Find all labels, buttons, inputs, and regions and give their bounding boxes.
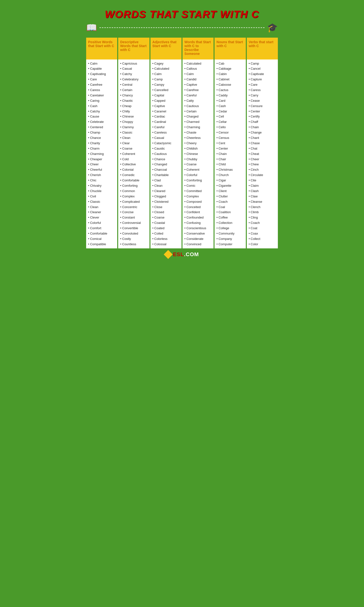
list-item: Colossal <box>151 242 181 247</box>
list-item: Chant <box>248 135 277 141</box>
list-item: Chair <box>216 157 245 162</box>
list-item: Carefree <box>87 82 116 88</box>
column-header-5: Verbs that start with C <box>247 38 278 59</box>
list-item: Capricious <box>119 61 148 66</box>
list-item: Comfortable <box>87 231 116 237</box>
list-item: Coach <box>216 199 245 204</box>
list-item: Censure <box>248 104 277 109</box>
column-list-5: CampCancelCaptivateCaptureCareCaressCarr… <box>247 59 278 248</box>
list-item: Cactus <box>216 87 245 93</box>
list-item: Cab <box>216 61 245 66</box>
list-item: Coherent <box>183 167 213 173</box>
list-item: Charity <box>87 141 116 146</box>
list-item: Church <box>216 173 245 178</box>
list-item: Chic <box>87 178 116 183</box>
list-item: Cedar <box>216 109 245 114</box>
list-item: Color <box>248 242 277 247</box>
list-item: Centered <box>87 125 116 130</box>
list-item: Coat <box>248 226 277 231</box>
list-item: Capable <box>87 66 116 72</box>
list-item: Charming <box>87 151 116 157</box>
list-item: Clogged <box>151 194 181 199</box>
list-item: Caramel <box>151 109 181 114</box>
list-item: Charming <box>183 125 213 130</box>
list-item: Confusing <box>183 221 213 226</box>
list-item: Clean <box>119 135 148 141</box>
footer-logo: ESL.COM <box>86 248 278 260</box>
list-item: Comedic <box>119 173 148 178</box>
list-item: Cash <box>216 104 245 109</box>
list-item: Careful <box>183 93 213 98</box>
column-0: Positive Words that Start with CCalmCapa… <box>86 38 117 248</box>
list-item: Cheaper <box>87 157 116 162</box>
list-item: Close <box>151 204 181 210</box>
list-item: Colorful <box>87 221 116 226</box>
list-item: Calculated <box>151 66 181 72</box>
list-item: Clench <box>248 204 277 210</box>
list-item: Caring <box>87 98 116 104</box>
column-header-4: Nouns that Start with C <box>215 38 246 59</box>
list-item: Computer <box>216 242 245 247</box>
list-item: Clash <box>248 188 277 194</box>
list-item: Casual <box>151 135 181 141</box>
list-item: Chaste <box>183 130 213 135</box>
list-item: Cheat <box>248 151 277 157</box>
list-item: Celebrate <box>87 119 116 125</box>
list-item: Cautious <box>183 104 213 109</box>
list-item: Cloistered <box>151 199 181 204</box>
list-item: Confident <box>183 210 213 215</box>
list-item: Choppy <box>119 119 148 125</box>
list-item: Charm <box>87 146 116 151</box>
column-header-3: Words that Start with C to Describe Some… <box>182 38 214 59</box>
list-item: Casual <box>119 66 148 72</box>
list-item: Census <box>216 135 245 141</box>
list-item: Composed <box>183 199 213 204</box>
list-item: Civil <box>87 194 116 199</box>
list-item: Cheer <box>248 157 277 162</box>
column-4: Nouns that Start with CCabCabbageCabinCa… <box>215 38 246 248</box>
logo-text: ESL.COM <box>173 251 199 258</box>
list-item: Capped <box>151 98 181 104</box>
list-item: Coal <box>216 204 245 210</box>
list-item: Classic <box>87 199 116 204</box>
list-item: Child <box>216 162 245 167</box>
column-list-0: CalmCapableCaptivatingCareCarefreeCaress… <box>86 59 117 248</box>
list-item: Conservative <box>183 231 213 237</box>
list-item: Captive <box>151 104 181 109</box>
list-item: Campy <box>151 82 181 88</box>
list-item: Charged <box>183 114 213 119</box>
list-item: Coarse <box>151 215 181 221</box>
list-item: Cataclysmic <box>151 141 181 146</box>
column-5: Verbs that start with CCampCancelCaptiva… <box>247 38 278 248</box>
list-item: Cardinal <box>151 119 181 125</box>
graduation-icon: 🎓 <box>267 23 278 33</box>
list-item: Champ <box>87 130 116 135</box>
list-item: Censor <box>216 130 245 135</box>
list-item: Cabinet <box>216 77 245 82</box>
list-item: Colorful <box>183 173 213 178</box>
list-item: Cheap <box>119 104 148 109</box>
list-item: Concise <box>119 210 148 215</box>
list-item: Coax <box>248 231 277 237</box>
list-item: Carefree <box>183 87 213 93</box>
list-item: Comfort <box>87 226 116 231</box>
list-item: Clear <box>119 141 148 146</box>
list-item: Considerate <box>183 236 213 242</box>
column-2: Adjectives that Start with CCageyCalcula… <box>150 38 182 248</box>
list-item: Chaotic <box>119 98 148 104</box>
list-item: Cleaner <box>87 210 116 215</box>
list-item: Care <box>248 82 277 88</box>
list-item: Colonial <box>119 167 148 173</box>
list-item: Clutter <box>216 194 245 199</box>
list-item: Cheerless <box>183 135 213 141</box>
list-item: Company <box>216 236 245 242</box>
list-item: Collect <box>248 236 277 242</box>
list-item: Center <box>248 109 277 114</box>
list-item: Chancy <box>119 93 148 98</box>
list-item: Capital <box>151 93 181 98</box>
list-item: Card <box>216 98 245 104</box>
list-item: Candid <box>183 77 213 82</box>
list-item: Catty <box>183 98 213 104</box>
list-item: Controversial <box>119 221 148 226</box>
list-item: Carry <box>248 93 277 98</box>
